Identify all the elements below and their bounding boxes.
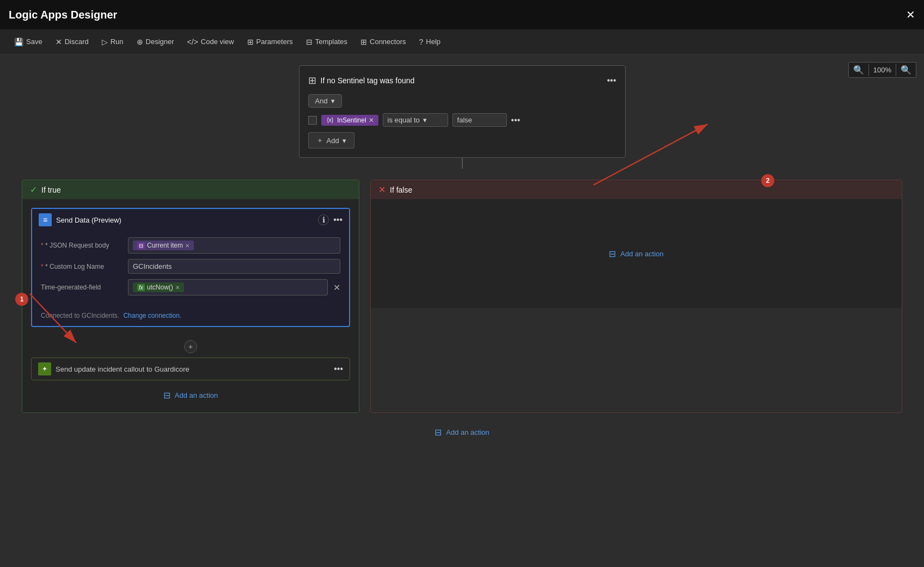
save-icon: 💾 [14, 38, 23, 46]
templates-button[interactable]: ⊟ Templates [301, 35, 353, 48]
branches: ✓ If true ≡ Send Data (Preview) ℹ [22, 180, 902, 413]
current-item-pill: ⊟ Current item ✕ [133, 241, 194, 250]
condition-title: ⊞ If no Sentinel tag was found [308, 75, 415, 87]
false-branch-add-action[interactable]: ⊟ Add an action [605, 245, 667, 262]
close-button[interactable]: ✕ [906, 8, 915, 21]
condition-header: ⊞ If no Sentinel tag was found ••• [308, 75, 616, 87]
zoom-out-button[interactable]: 🔍 [896, 63, 916, 77]
time-field-label: Time-generated-field [41, 284, 123, 291]
send-data-card: ≡ Send Data (Preview) ℹ ••• [31, 208, 350, 327]
annotation-2: 2 [761, 174, 774, 187]
designer-icon: ⊕ [137, 38, 143, 46]
current-item-icon: ⊟ [137, 242, 145, 249]
change-connection-link[interactable]: Change connection. [123, 312, 181, 319]
condition-icon: ⊞ [308, 75, 316, 87]
guardicore-menu-button[interactable]: ••• [334, 364, 343, 374]
if-false-header: ✕ If false [371, 180, 902, 199]
bottom-add-action-button[interactable]: ⊟ Add an action [431, 424, 493, 441]
toolbar: 💾 Save ✕ Discard ▷ Run ⊕ Designer </> Co… [0, 29, 924, 54]
add-action-icon: ⊟ [163, 390, 170, 400]
row-menu-button[interactable]: ••• [511, 115, 521, 125]
connectors-icon: ⊞ [360, 38, 367, 46]
guardicore-card: ✦ Send update incident callout to Guardi… [31, 358, 350, 380]
fx-icon: {x} [326, 116, 335, 124]
code-icon: </> [187, 38, 198, 46]
info-button[interactable]: ℹ [318, 214, 329, 225]
bottom-add-action: ⊟ Add an action [22, 424, 902, 441]
zoom-level: 100% [868, 64, 896, 76]
guardicore-icon: ✦ [38, 362, 51, 375]
condition-menu-button[interactable]: ••• [607, 76, 616, 85]
send-data-icon: ≡ [39, 213, 52, 226]
guardicore-title: ✦ Send update incident callout to Guardi… [38, 362, 189, 375]
utcnow-remove[interactable]: ✕ [175, 285, 180, 291]
utcnow-pill: fx utcNow() ✕ [133, 282, 184, 292]
condition-checkbox[interactable] [308, 116, 317, 125]
bottom-add-action-icon: ⊟ [435, 427, 442, 437]
help-icon: ? [419, 38, 424, 46]
if-false-content: ⊟ Add an action [371, 199, 902, 308]
fx-icon: fx [137, 284, 145, 291]
zoom-controls: 🔍 100% 🔍 [848, 62, 916, 78]
insentinel-tag: {x} InSentinel ✕ [321, 115, 378, 126]
json-request-row: * * JSON Request body ⊟ Current item ✕ [41, 237, 340, 254]
help-button[interactable]: ? Help [414, 35, 446, 48]
true-branch-add-action[interactable]: ⊟ Add an action [31, 387, 350, 404]
parameters-button[interactable]: ⊞ Parameters [242, 35, 298, 48]
custom-log-label: * * Custom Log Name [41, 263, 123, 270]
discard-button[interactable]: ✕ Discard [50, 35, 94, 48]
if-true-branch: ✓ If true ≡ Send Data (Preview) ℹ [22, 180, 359, 413]
app-title: Logic Apps Designer [9, 9, 117, 21]
title-bar: Logic Apps Designer ✕ [0, 0, 924, 29]
json-request-label: * * JSON Request body [41, 242, 123, 249]
add-condition-button[interactable]: ＋ Add ▾ [308, 132, 354, 149]
run-button[interactable]: ▷ Run [96, 35, 129, 48]
parameters-icon: ⊞ [247, 38, 254, 46]
and-chevron-icon: ▾ [331, 97, 335, 105]
action-menu-button[interactable]: ••• [333, 215, 342, 225]
custom-log-input[interactable]: GCIncidents [128, 259, 340, 274]
save-button[interactable]: 💾 Save [9, 35, 48, 48]
connectors-button[interactable]: ⊞ Connectors [355, 35, 411, 48]
checkmark-icon: ✓ [30, 184, 37, 195]
action-title: ≡ Send Data (Preview) [39, 213, 121, 226]
action-body: * * JSON Request body ⊟ Current item ✕ [32, 231, 349, 307]
action-card-header: ≡ Send Data (Preview) ℹ ••• [32, 209, 349, 231]
connection-info: Connected to GCIncidents. Change connect… [32, 307, 349, 326]
canvas: 🔍 100% 🔍 ⊞ If no Sentinel tag [0, 54, 924, 567]
json-request-input[interactable]: ⊟ Current item ✕ [128, 237, 340, 254]
tag-remove-button[interactable]: ✕ [369, 116, 374, 124]
annotation-1: 1 [15, 293, 28, 306]
if-true-header: ✓ If true [22, 180, 359, 199]
custom-log-row: * * Custom Log Name GCIncidents [41, 259, 340, 274]
condition-row: {x} InSentinel ✕ is equal to ▾ false ••• [308, 113, 616, 127]
canvas-inner: ⊞ If no Sentinel tag was found ••• And ▾… [0, 54, 924, 544]
time-field-input[interactable]: fx utcNow() ✕ [128, 279, 328, 295]
condition-block: ⊞ If no Sentinel tag was found ••• And ▾… [299, 65, 626, 158]
designer-button[interactable]: ⊕ Designer [131, 35, 180, 48]
discard-icon: ✕ [56, 38, 62, 46]
code-view-button[interactable]: </> Code view [182, 35, 240, 48]
time-field-clear-button[interactable]: ✕ [333, 282, 340, 293]
time-field-row: Time-generated-field fx utcNow() ✕ [41, 279, 340, 295]
add-icon: ＋ [316, 135, 323, 145]
if-false-branch: ✕ If false ⊟ Add an action [370, 180, 902, 413]
value-input: false [452, 113, 507, 127]
templates-icon: ⊟ [306, 38, 313, 46]
plus-connector: + [31, 336, 350, 358]
and-button[interactable]: And ▾ [308, 94, 342, 108]
plus-circle-button[interactable]: + [184, 340, 197, 353]
add-action-icon-false: ⊟ [609, 249, 616, 259]
zoom-in-button[interactable]: 🔍 [849, 63, 868, 77]
operator-chevron-icon: ▾ [423, 116, 427, 124]
add-chevron-icon: ▾ [342, 137, 346, 145]
x-icon: ✕ [378, 184, 385, 195]
if-true-content: ≡ Send Data (Preview) ℹ ••• [22, 199, 359, 412]
operator-select[interactable]: is equal to ▾ [383, 113, 448, 127]
run-icon: ▷ [102, 38, 108, 46]
current-item-remove[interactable]: ✕ [185, 243, 189, 249]
